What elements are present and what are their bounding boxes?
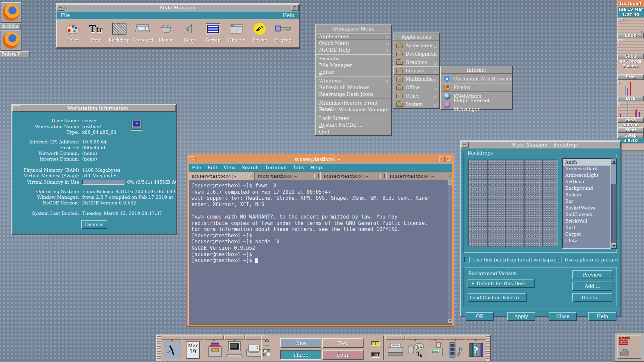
close-button[interactable]: Close (549, 312, 577, 321)
disk-label[interactable]: Disk (618, 96, 644, 101)
subpanel-tab-mail[interactable] (245, 335, 265, 340)
scroll-up-icon[interactable]: ▲ (611, 159, 616, 164)
menu-item-internet[interactable]: Internet▷ (393, 66, 439, 75)
menu-item-windows[interactable]: Windows ...▷ (316, 77, 391, 84)
tool-color[interactable]: Color (61, 21, 84, 47)
style-manager-control[interactable]: Ttr (407, 340, 424, 360)
terminal-tab[interactable]: root@testbox4:~× (255, 172, 321, 180)
menu-item-execute[interactable]: Execute ... (316, 55, 391, 62)
tool-mouse[interactable]: Mouse (155, 21, 177, 47)
menu-help[interactable]: Help (307, 165, 325, 170)
list-item-selected[interactable]: Ankh (563, 159, 610, 166)
menu-item-other[interactable]: Other▷ (393, 92, 439, 100)
minimize-button[interactable] (189, 156, 196, 162)
load-custom-palette-button[interactable]: Load Custom Palette ... (468, 293, 527, 302)
checkbox-photo[interactable]: Use a photo or picture (556, 257, 618, 262)
calendar-control[interactable]: Mar 19 (185, 340, 200, 360)
swap-label[interactable]: Swap (618, 133, 644, 138)
menu-help[interactable]: Help (283, 13, 299, 18)
menu-item-quick-menu[interactable]: Quick Menu▷ (316, 40, 391, 47)
menu-item-office[interactable]: Office▷ (393, 83, 439, 92)
menu-item-lock-screen[interactable]: Lock Screen (316, 115, 391, 122)
tab-close-icon[interactable]: × (446, 174, 450, 178)
list-item[interactable]: Carpet (563, 231, 610, 238)
monitor-clock[interactable]: 1:27 40 (618, 12, 644, 17)
menu-item-nscde-help[interactable]: NsCDE Help▷ (316, 47, 391, 53)
scroll-down-icon[interactable]: ▼ (448, 319, 452, 323)
menu-item-chromium[interactable]: Chromium Web Browser (441, 74, 512, 83)
workspace-button-one[interactable]: One (280, 338, 321, 348)
subpanel-tab-help[interactable]: ▲ (466, 335, 485, 340)
menu-tabs[interactable]: Tabs (290, 165, 307, 170)
mail-control[interactable] (245, 340, 263, 360)
dismiss-button[interactable]: Dismiss (81, 220, 107, 229)
scrollbar-thumb[interactable] (611, 164, 616, 184)
menu-item-restart-workspace-manager[interactable]: Restart Workspace Manager (316, 106, 391, 113)
terminal-scrollbar[interactable]: ▲ ▼ (448, 180, 452, 323)
subpanel-tab-terminal[interactable]: ▲ (224, 335, 245, 340)
menu-file[interactable]: File (57, 13, 70, 18)
menu-item-minimize-restore-front-panel[interactable]: Minimize/Restore Front Panel (316, 100, 391, 106)
backdrop-list[interactable]: Ankh ArabescaDark ArabescaLight ArtDeco … (562, 158, 611, 249)
preview-button[interactable]: Preview (572, 270, 612, 279)
menu-item-graphics[interactable]: Graphics▷ (393, 58, 439, 66)
menu-item-editor[interactable]: Editor (316, 69, 391, 75)
lock-control[interactable] (263, 338, 271, 347)
shade-button[interactable] (439, 156, 445, 162)
menu-item-quit[interactable]: Quit ... (316, 128, 391, 135)
workspace-button-two[interactable]: Two (322, 338, 364, 348)
desktop-icon-label[interactable]: duckduc (0, 23, 21, 29)
menu-item-system[interactable]: System▷ (393, 100, 439, 108)
menu-item-refresh-all-windows[interactable]: Refresh all Windows (316, 84, 391, 91)
workstation-info-titlebar[interactable]: Workstation Information (12, 105, 176, 112)
terminal-titlebar[interactable]: scuser@testbox4:~ (189, 156, 452, 163)
list-item[interactable]: BrickWall (563, 218, 610, 225)
desktop-icon-fedora-firefox[interactable] (1, 30, 21, 51)
cpu1-label[interactable]: CPU1 (618, 54, 644, 59)
minimize-button[interactable] (461, 142, 469, 148)
menu-item-applications[interactable]: Applications▷ (316, 33, 391, 40)
menu-item-development[interactable]: Development▷ (393, 50, 439, 58)
delete-button[interactable]: Delete ... (572, 293, 612, 302)
checkbox[interactable] (464, 257, 470, 262)
subpanel-tab-multimedia[interactable]: ▲ (446, 335, 465, 340)
minimize-button[interactable] (57, 5, 64, 11)
desktop-icon-label[interactable]: Fedora F (0, 51, 30, 57)
style-manager-titlebar[interactable]: Style Manager (56, 4, 299, 11)
ok-button[interactable]: OK (466, 312, 494, 321)
scroll-up-icon[interactable]: ▲ (448, 180, 452, 185)
mem-label[interactable]: Mem (618, 127, 644, 133)
menu-edit[interactable]: Edit (204, 165, 220, 170)
workspace-button-four[interactable]: Four (322, 350, 364, 360)
add-button[interactable]: Add ... (572, 282, 612, 291)
backdrop-titlebar[interactable]: Style Manager - Backdrop (461, 141, 621, 148)
list-item[interactable]: Balkan (563, 192, 610, 198)
subpanel-tab-date[interactable] (183, 335, 203, 340)
applications-control[interactable] (427, 340, 444, 360)
tool-keyboard[interactable]: Keyboard (131, 21, 154, 47)
tab-close-icon[interactable]: × (249, 174, 253, 178)
multimedia-control[interactable]: ♪ (447, 340, 465, 360)
list-item[interactable]: BellFlowers (563, 211, 610, 218)
terminal-control[interactable] (226, 340, 243, 360)
terminal-tab-active[interactable]: scuser@testbox4:~× (189, 172, 255, 180)
checkbox[interactable] (556, 257, 561, 262)
subpanel-tab-clock[interactable]: ▲ (162, 335, 182, 340)
variant-dropdown[interactable]: ▼ Default for this Desk (468, 279, 535, 288)
panel-handle-left[interactable] (157, 335, 161, 361)
terminal-tab[interactable]: scuser@testbox4:~× (320, 172, 386, 180)
help-control[interactable]: ? (467, 340, 485, 360)
list-item[interactable]: ArtDeco (563, 179, 610, 185)
menu-terminal[interactable]: Terminal (262, 165, 290, 170)
tool-backdrop[interactable]: Backdrop (108, 21, 130, 47)
stone-icon[interactable] (619, 347, 631, 359)
cpu0-label[interactable]: CPU0 (618, 33, 644, 38)
net-label[interactable]: ens3 (618, 117, 644, 123)
list-item[interactable]: Chitz (563, 237, 610, 244)
list-item[interactable]: Burl (563, 224, 610, 231)
subpanel-tab-style[interactable]: ▲ (406, 335, 425, 340)
menu-file[interactable]: File (189, 165, 204, 170)
list-item[interactable]: ArabescaDark (563, 166, 610, 172)
menu-item-multimedia[interactable]: Multimedia▷ (393, 75, 439, 83)
tab-close-icon[interactable]: × (380, 174, 385, 178)
